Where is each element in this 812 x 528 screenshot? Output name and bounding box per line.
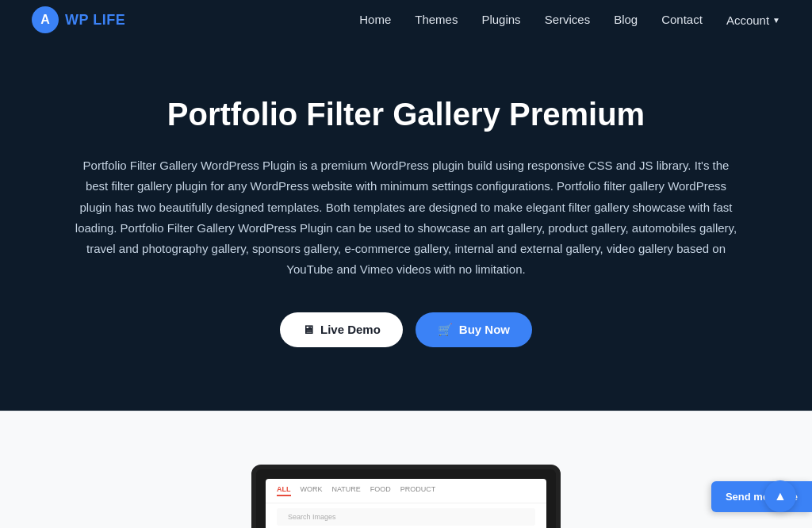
nav-home[interactable]: Home bbox=[359, 13, 391, 26]
filter-product[interactable]: PRODUCT bbox=[400, 485, 436, 496]
nav-account[interactable]: Account ▼ bbox=[726, 13, 780, 27]
hero-title: Portfolio Filter Gallery Premium bbox=[32, 95, 780, 133]
cart-icon: 🛒 bbox=[438, 323, 453, 337]
logo[interactable]: A WP LIFE bbox=[32, 6, 125, 33]
nav-account-link[interactable]: Account bbox=[726, 13, 769, 27]
preview-section: ALL WORK NATURE FOOD PRODUCT Search Imag… bbox=[0, 433, 812, 529]
filter-work[interactable]: WORK bbox=[301, 485, 323, 496]
monitor-icon: 🖥 bbox=[302, 323, 314, 336]
logo-wordmark: WP LIFE bbox=[65, 12, 125, 29]
filter-nature[interactable]: NATURE bbox=[332, 485, 361, 496]
search-placeholder: Search Images bbox=[288, 513, 336, 521]
live-demo-button[interactable]: 🖥 Live Demo bbox=[280, 312, 403, 347]
filter-food[interactable]: FOOD bbox=[370, 485, 391, 496]
nav-themes[interactable]: Themes bbox=[415, 13, 458, 26]
nav-contact[interactable]: Contact bbox=[661, 13, 703, 26]
navbar: A WP LIFE Home Themes Plugins Services B… bbox=[0, 0, 812, 40]
search-bar: Search Images bbox=[277, 508, 535, 526]
logo-icon: A bbox=[32, 6, 59, 33]
scroll-to-top-button[interactable]: ▲ bbox=[764, 480, 796, 512]
laptop-mockup: ALL WORK NATURE FOOD PRODUCT Search Imag… bbox=[251, 465, 561, 529]
nav-plugins[interactable]: Plugins bbox=[481, 13, 520, 26]
section-separator bbox=[0, 411, 812, 433]
chevron-down-icon: ▼ bbox=[772, 16, 780, 25]
nav-menu: Home Themes Plugins Services Blog Contac… bbox=[359, 13, 780, 27]
send-message-button[interactable]: Send message bbox=[711, 481, 812, 512]
buy-now-button[interactable]: 🛒 Buy Now bbox=[416, 312, 532, 347]
laptop-screen: ALL WORK NATURE FOOD PRODUCT Search Imag… bbox=[251, 465, 561, 529]
laptop-inner-screen: ALL WORK NATURE FOOD PRODUCT Search Imag… bbox=[266, 479, 546, 529]
nav-blog[interactable]: Blog bbox=[614, 13, 638, 26]
hero-section: Portfolio Filter Gallery Premium Portfol… bbox=[0, 40, 812, 411]
hero-description: Portfolio Filter Gallery WordPress Plugi… bbox=[73, 155, 739, 281]
arrow-up-icon: ▲ bbox=[774, 489, 787, 503]
hero-buttons: 🖥 Live Demo 🛒 Buy Now bbox=[32, 312, 780, 347]
nav-services[interactable]: Services bbox=[545, 13, 591, 26]
filter-bar: ALL WORK NATURE FOOD PRODUCT bbox=[266, 479, 546, 503]
filter-all[interactable]: ALL bbox=[277, 485, 291, 496]
